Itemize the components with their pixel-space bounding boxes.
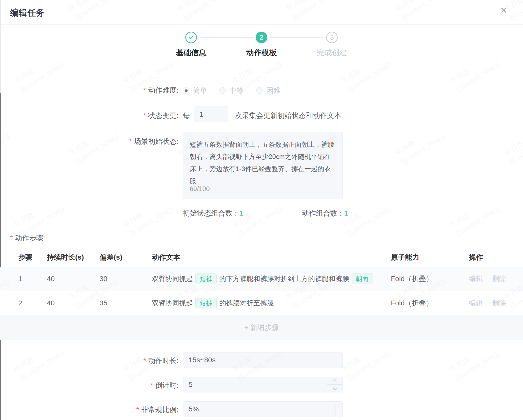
step-2-label: 动作模板	[229, 48, 294, 58]
cell-ability: Fold（折叠）	[391, 291, 433, 315]
action-steps-label: *动作步骤:	[10, 233, 45, 243]
radio-label-hard: 困难	[266, 86, 280, 95]
step-connector-2	[270, 37, 324, 38]
cell-ability: Fold（折叠）	[391, 267, 433, 291]
number-spinner	[327, 377, 343, 392]
col-ability: 原子能力	[391, 248, 419, 267]
edit-link[interactable]: 编辑	[469, 274, 483, 284]
table-row: 2 40 35 双臂协同抓起短裤的裤腰对折至裤腿 Fold（折叠） 编辑 删除	[0, 291, 523, 315]
step-2-number: 2	[259, 34, 263, 41]
col-text: 动作文本	[152, 248, 180, 267]
edit-link[interactable]: 编辑	[469, 298, 483, 308]
unconventional-select[interactable]: 5%	[183, 401, 343, 417]
step-3-label: 完成创建	[299, 48, 365, 58]
dialog-title: 编辑任务	[10, 7, 45, 19]
cell-step: 2	[18, 291, 22, 315]
countdown-input[interactable]: 5	[183, 377, 343, 392]
radio-option-hard[interactable]: 困难	[256, 86, 280, 95]
initial-state-text: 短裤五条数据背面朝上，五条数据正面朝上，裤腰朝右，离头部视野下方至少20cm之外…	[190, 141, 334, 185]
radio-circle-selected[interactable]	[183, 87, 189, 94]
state-change-label: *状态变更:	[0, 111, 178, 120]
state-change-prefix: 每	[183, 111, 190, 120]
duration-label: *动作时长:	[0, 356, 178, 366]
state-change-suffix: 次采集会更新初始状态和动作文本	[235, 111, 341, 120]
tag-object: 短裤	[195, 274, 217, 284]
cell-action-text: 双臂协同抓起短裤的下方裤腿和裤腰对折到上方的裤腿和裤腰朝向	[152, 267, 375, 291]
col-deviation: 偏差(s)	[99, 248, 122, 267]
window-left-edge-top	[0, 0, 1, 93]
tag-object: 短裤	[195, 298, 217, 308]
delete-link[interactable]: 删除	[492, 274, 506, 284]
cell-duration: 40	[47, 291, 55, 315]
chevron-down-icon	[333, 386, 337, 390]
delete-link[interactable]: 删除	[492, 298, 506, 308]
countdown-label: *倒计时:	[0, 381, 178, 390]
step-2-circle: 2	[256, 32, 267, 43]
char-counter: 69/100	[190, 183, 210, 195]
radio-label-medium: 中等	[229, 86, 244, 95]
initial-state-textarea[interactable]: 短裤五条数据背面朝上，五条数据正面朝上，裤腰朝右，离头部视野下方至少20cm之外…	[183, 132, 343, 199]
spinner-down-button[interactable]	[327, 385, 343, 392]
col-duration: 持续时长(s)	[47, 248, 84, 267]
initial-combo-value: 1	[239, 209, 244, 217]
initial-state-label: *场景初始状态:	[0, 137, 178, 146]
check-icon	[188, 34, 194, 40]
cell-actions: 编辑 删除	[469, 267, 515, 291]
unconventional-label: *非常规比例:	[0, 405, 178, 415]
difficulty-label: *动作难度:	[0, 86, 178, 95]
state-change-input[interactable]: 1	[194, 107, 228, 122]
table-row: 1 40 30 双臂协同抓起短裤的下方裤腿和裤腰对折到上方的裤腿和裤腰朝向 Fo…	[0, 267, 523, 291]
add-step-button[interactable]: + 新增步骤	[0, 315, 523, 340]
step-1-label: 基础信息	[158, 48, 224, 58]
tag-orientation: 朝向	[352, 274, 373, 284]
col-step: 步骤	[18, 248, 32, 267]
radio-option-easy[interactable]: 简单	[183, 86, 207, 95]
table-header-row: 步骤 持续时长(s) 偏差(s) 动作文本 原子能力 操作	[0, 248, 523, 267]
radio-option-medium[interactable]: 中等	[219, 86, 244, 95]
action-combo-count: 动作组合数：1	[302, 208, 348, 218]
radio-circle-unselected[interactable]	[219, 87, 226, 94]
cell-duration: 40	[47, 267, 55, 291]
required-asterisk: *	[143, 86, 146, 94]
chevron-down-icon	[335, 407, 335, 415]
spinner-up-button[interactable]	[327, 377, 343, 385]
cell-action-text: 双臂协同抓起短裤的裤腰对折至裤腿	[152, 291, 274, 315]
close-icon[interactable]: ✕	[500, 6, 508, 15]
cell-deviation: 30	[99, 267, 107, 291]
duration-input[interactable]: 15s~80s	[183, 352, 343, 368]
cell-deviation: 35	[99, 291, 107, 315]
step-1-circle	[185, 32, 197, 43]
col-actions: 操作	[469, 248, 483, 267]
chevron-up-icon	[332, 379, 337, 383]
initial-combo-count: 初始状态组合数：1	[183, 208, 244, 218]
cell-step: 1	[18, 267, 22, 291]
radio-circle-unselected[interactable]	[256, 87, 263, 94]
step-connector-1	[200, 37, 253, 38]
step-3-circle: 3	[326, 32, 338, 43]
dialog-header	[0, 0, 523, 25]
radio-label-easy: 简单	[193, 86, 207, 95]
step-3-number: 3	[330, 34, 334, 41]
cell-actions: 编辑 删除	[469, 291, 515, 315]
action-combo-value: 1	[344, 209, 348, 217]
